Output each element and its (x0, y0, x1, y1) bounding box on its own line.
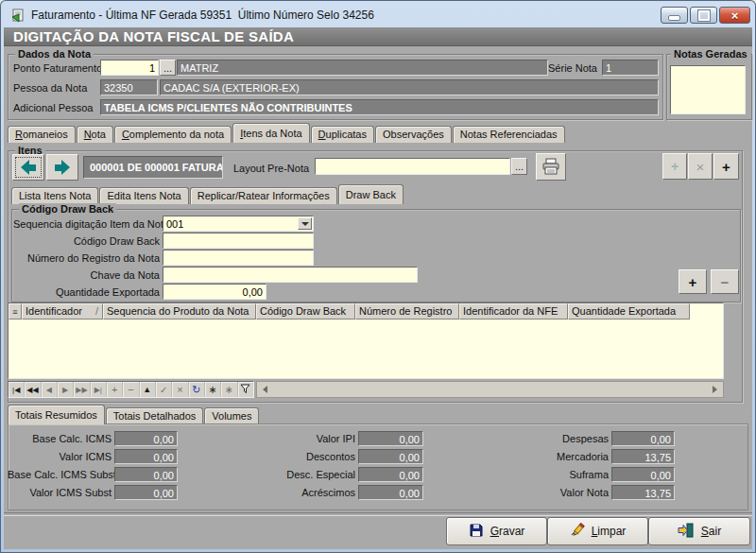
limpar-button[interactable]: Limpar (547, 517, 648, 545)
grid-menu-icon[interactable]: ≡ (9, 303, 22, 320)
maximize-icon (698, 10, 710, 21)
next-item-button[interactable] (46, 154, 78, 181)
tab-volumes[interactable]: Volumes (204, 407, 259, 424)
item-delete-button[interactable]: × (688, 153, 713, 180)
item-insert-button[interactable]: + (662, 153, 687, 180)
arrow-right-icon (55, 160, 70, 175)
drawback-remove-button[interactable]: − (711, 269, 739, 294)
record-indicator: 000001 DE 000001 FATURA (83, 156, 223, 179)
grid-col-identificador-nfe[interactable]: Identificador da NFE (459, 303, 568, 320)
nav-edit-button[interactable]: ▲ (140, 382, 156, 397)
notas-geradas-list[interactable] (670, 65, 746, 114)
page-title: DIGITAÇÃO DA NOTA FISCAL DE SAÍDA (13, 28, 294, 44)
gravar-button[interactable]: Gravar (446, 517, 547, 545)
codigo-draw-back-input[interactable] (163, 233, 314, 249)
base-calc-icms-value: 0,00 (114, 431, 178, 446)
nav-prior-page-button[interactable]: ◀◀ (25, 382, 41, 397)
mercadoria-label: Mercadoria (495, 451, 609, 462)
tab-edita-itens-nota[interactable]: Edita Itens Nota (99, 187, 188, 204)
nav-next-button[interactable]: ▶ (58, 382, 74, 397)
numero-registro-input[interactable] (163, 250, 314, 266)
nav-insert-button[interactable]: + (107, 382, 123, 397)
valor-nota-label: Valor Nota (495, 487, 609, 498)
grid-col-numero-registro[interactable]: Número de Registro (355, 303, 459, 320)
tab-nota[interactable]: Nota (77, 126, 113, 143)
grid-col-identificador[interactable]: Identificador / (22, 303, 103, 320)
nav-post-button[interactable]: ✓ (156, 382, 172, 397)
item-post-button[interactable]: + (713, 153, 739, 180)
notas-geradas-legend: Notas Geradas (671, 48, 750, 60)
pessoa-da-nota-code: 32350 (100, 79, 158, 95)
nav-goto-bookmark-button[interactable]: ∗ (221, 382, 237, 397)
mercadoria-value: 13,75 (611, 449, 675, 464)
plus-icon: + (689, 274, 697, 290)
layout-pre-nota-browse-button[interactable]: ... (511, 158, 527, 175)
totals-tab-strip: Totais Resumidos Totais Detalhados Volum… (8, 405, 260, 424)
maximize-button[interactable] (690, 7, 717, 24)
sair-label: Sair (701, 525, 721, 538)
chevron-down-icon (301, 222, 309, 230)
ponto-faturamento-input[interactable] (100, 60, 159, 76)
grid-col-sequencia-produto[interactable]: Sequencia do Produto da Nota (103, 303, 256, 320)
item-tab-strip: Lista Itens Nota Edita Itens Nota Replic… (11, 184, 404, 204)
nav-delete-button[interactable]: − (123, 382, 139, 397)
plus-icon: + (671, 159, 679, 174)
codigo-draw-back-label: Código Draw Back (13, 235, 160, 247)
serie-nota-value: 1 (602, 60, 659, 76)
valor-icms-subst-value: 0,00 (114, 485, 178, 500)
tab-romaneios[interactable]: Romaneios (8, 126, 76, 143)
nav-bookmark-button[interactable]: ∗ (205, 382, 221, 397)
tab-replicar-ratear-informacoes[interactable]: Replicar/Ratear Informações (190, 187, 337, 204)
combo-dropdown-button[interactable] (298, 217, 312, 230)
chave-da-nota-input[interactable] (163, 267, 418, 283)
tab-totais-detalhados[interactable]: Totais Detalhados (106, 407, 203, 424)
tab-notas-referenciadas[interactable]: Notas Referenciadas (453, 126, 565, 143)
minus-icon: − (721, 274, 730, 290)
clear-pencil-icon (570, 523, 585, 541)
db-navigator: |◀ ◀◀ ◀ ▶ ▶▶ ▶| + − ▲ ✓ × ↻ ∗ ∗ (8, 381, 254, 398)
quantidade-exportada-input[interactable] (163, 284, 266, 300)
footer-divider (4, 512, 752, 516)
sequencia-combobox[interactable]: 001 (163, 216, 314, 232)
tab-observacoes[interactable]: Observações (375, 126, 452, 143)
nav-refresh-button[interactable]: ↻ (189, 382, 205, 397)
valor-ipi-value: 0,00 (358, 431, 423, 446)
chave-da-nota-label: Chave da Nota (13, 269, 160, 281)
quantidade-exportada-label: Quantidade Exportada (13, 286, 160, 298)
sequencia-label: Sequencia digitação Item da Nota (13, 218, 160, 230)
filter-funnel-icon (240, 384, 250, 396)
tab-complemento-da-nota[interactable]: Complemento da nota (114, 126, 232, 143)
descontos-value: 0,00 (358, 449, 423, 464)
prior-item-button[interactable] (12, 154, 44, 181)
grid-col-codigo-draw-back[interactable]: Código Draw Back (256, 303, 355, 320)
layout-pre-nota-input[interactable] (315, 158, 510, 175)
nav-prior-button[interactable]: ◀ (42, 382, 58, 397)
desc-especial-label: Desc. Especial (242, 469, 355, 480)
sair-button[interactable]: Sair (648, 517, 750, 545)
tab-duplicatas[interactable]: Duplicatas (311, 126, 374, 143)
nav-cancel-button[interactable]: × (172, 382, 188, 397)
close-button[interactable]: × (719, 7, 750, 24)
nav-filter-button[interactable] (238, 382, 253, 397)
nav-first-button[interactable]: |◀ (9, 382, 25, 397)
print-button[interactable] (536, 153, 566, 181)
minimize-button[interactable] (661, 7, 688, 24)
drawback-add-button[interactable]: + (679, 269, 707, 294)
nav-next-page-button[interactable]: ▶▶ (74, 382, 90, 397)
printer-icon (541, 158, 560, 177)
grid-body[interactable] (9, 320, 723, 378)
suframa-label: Suframa (495, 469, 609, 480)
scroll-left-icon[interactable] (259, 386, 267, 393)
grid-horizontal-scrollbar[interactable] (256, 381, 724, 398)
close-icon: × (731, 9, 739, 22)
ponto-faturamento-browse-button[interactable]: ... (160, 60, 176, 76)
scroll-right-icon[interactable] (713, 386, 721, 393)
tab-draw-back[interactable]: Draw Back (338, 184, 404, 204)
grid-col-quantidade-exportada[interactable]: Quantidade Exportada (568, 303, 690, 320)
nav-last-button[interactable]: ▶| (91, 382, 107, 397)
tab-totais-resumidos[interactable]: Totais Resumidos (8, 405, 105, 424)
tab-lista-itens-nota[interactable]: Lista Itens Nota (11, 187, 98, 204)
drawback-grid[interactable]: ≡ Identificador / Sequencia do Produto d… (8, 302, 724, 379)
ponto-faturamento-desc: MATRIZ (177, 60, 548, 76)
tab-itens-da-nota[interactable]: Itens da Nota (232, 123, 309, 143)
